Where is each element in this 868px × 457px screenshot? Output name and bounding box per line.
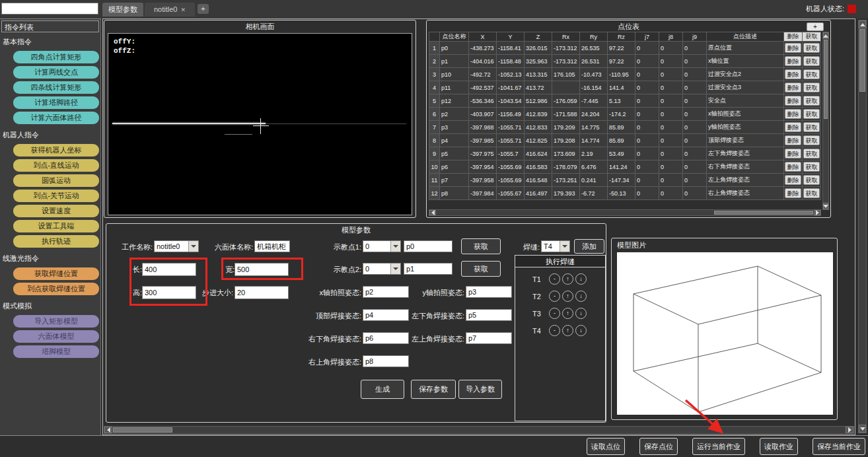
scroll-right-arrow[interactable] bbox=[814, 210, 820, 215]
get-point-button[interactable]: 获取 bbox=[803, 56, 820, 66]
delete-point-button[interactable]: 删除 bbox=[785, 175, 801, 185]
get-point-button[interactable]: 获取 bbox=[803, 149, 820, 158]
add-weld-seam-button[interactable]: 添加 bbox=[574, 239, 604, 254]
run-current-job-button[interactable]: 运行当前作业 bbox=[692, 438, 745, 455]
save-points-button[interactable]: 保存点位 bbox=[639, 438, 678, 455]
top-right-weld-pose-field[interactable] bbox=[363, 355, 409, 367]
step-size-field[interactable] bbox=[235, 286, 289, 299]
read-job-button[interactable]: 读取作业 bbox=[760, 438, 798, 455]
get-point-button[interactable]: 获取 bbox=[803, 188, 820, 198]
delete-point-button[interactable]: 删除 bbox=[785, 96, 801, 106]
remove-weld-button[interactable]: - bbox=[549, 308, 560, 319]
get-point-button[interactable]: 获取 bbox=[803, 122, 820, 132]
sidebar-item[interactable]: 获得机器人坐标 bbox=[13, 144, 99, 157]
scrollbar-thumb[interactable] bbox=[859, 29, 865, 92]
bottom-left-weld-pose-field[interactable] bbox=[466, 309, 512, 321]
delete-point-button[interactable]: 删除 bbox=[785, 162, 801, 172]
move-down-button[interactable]: ↓ bbox=[575, 325, 587, 336]
sidebar-item[interactable]: 设置工具端 bbox=[13, 220, 99, 232]
weld-seam-select[interactable]: T4 bbox=[541, 240, 570, 252]
scroll-left-arrow[interactable] bbox=[104, 427, 112, 433]
work-name-select[interactable]: notitle0 bbox=[154, 240, 199, 252]
move-down-button[interactable]: ↓ bbox=[575, 291, 587, 302]
scroll-left-arrow[interactable] bbox=[429, 210, 436, 215]
delete-point-button[interactable]: 删除 bbox=[785, 56, 801, 66]
get-point-button[interactable]: 获取 bbox=[803, 162, 820, 172]
y-photo-pose-field[interactable] bbox=[466, 286, 512, 298]
move-up-button[interactable]: ↑ bbox=[562, 273, 573, 285]
top-left-weld-pose-field[interactable] bbox=[466, 332, 512, 344]
get-point-button[interactable]: 获取 bbox=[803, 96, 820, 106]
scrollbar-thumb[interactable] bbox=[714, 211, 813, 215]
teach-point1-field[interactable] bbox=[404, 240, 452, 252]
scrollbar-thumb[interactable] bbox=[113, 427, 172, 433]
teach-point2-select[interactable]: 0 bbox=[363, 263, 401, 275]
sidebar-item[interactable]: 四角点计算矩形 bbox=[13, 51, 99, 63]
sidebar-item[interactable]: 六面体模型 bbox=[13, 330, 99, 343]
move-down-button[interactable]: ↓ bbox=[575, 273, 587, 285]
sidebar-item[interactable]: 计算六面体路径 bbox=[13, 112, 99, 124]
delete-point-button[interactable]: 删除 bbox=[785, 43, 801, 53]
sidebar-item[interactable]: 导入矩形模型 bbox=[13, 315, 99, 328]
sidebar-item[interactable]: 设置速度 bbox=[13, 205, 99, 217]
delete-point-button[interactable]: 删除 bbox=[785, 122, 801, 132]
remove-weld-button[interactable]: - bbox=[549, 291, 560, 302]
close-icon[interactable]: ✕ bbox=[180, 7, 186, 13]
sidebar-item[interactable]: 获取焊缝位置 bbox=[13, 267, 99, 280]
scroll-down-arrow[interactable] bbox=[859, 425, 866, 433]
teach-point2-field[interactable] bbox=[404, 263, 452, 275]
move-up-button[interactable]: ↑ bbox=[562, 291, 573, 302]
delete-point-button[interactable]: 删除 bbox=[785, 109, 801, 119]
save-params-button[interactable]: 保存参数 bbox=[411, 380, 456, 399]
command-text-input[interactable] bbox=[1, 3, 98, 15]
add-tab-button[interactable]: + bbox=[198, 4, 209, 14]
delete-point-button[interactable]: 删除 bbox=[785, 69, 801, 79]
get-teach-point2-button[interactable]: 获取 bbox=[461, 261, 501, 277]
sidebar-item[interactable]: 塔脚模型 bbox=[13, 345, 99, 358]
get-teach-point1-button[interactable]: 获取 bbox=[461, 238, 501, 254]
horizontal-scrollbar[interactable] bbox=[104, 426, 854, 434]
cell: -1055.69 bbox=[497, 160, 524, 174]
delete-point-button[interactable]: 删除 bbox=[785, 135, 801, 145]
scroll-up-arrow[interactable] bbox=[859, 20, 866, 28]
get-point-button[interactable]: 获取 bbox=[803, 175, 820, 185]
get-point-button[interactable]: 获取 bbox=[803, 109, 820, 119]
remove-weld-button[interactable]: - bbox=[549, 273, 560, 285]
table-horizontal-scrollbar[interactable] bbox=[429, 209, 821, 216]
sidebar-item[interactable]: 计算塔脚路径 bbox=[13, 96, 99, 109]
get-point-button[interactable]: 获取 bbox=[803, 83, 820, 92]
move-up-button[interactable]: ↑ bbox=[562, 325, 573, 336]
sidebar-item[interactable]: 到点获取焊缝位置 bbox=[13, 283, 99, 295]
hexahedron-name-field[interactable] bbox=[254, 240, 290, 252]
import-params-button[interactable]: 导入参数 bbox=[458, 380, 502, 399]
scroll-down-arrow[interactable] bbox=[823, 203, 828, 209]
delete-point-button[interactable]: 删除 bbox=[785, 149, 801, 158]
sidebar-item[interactable]: 计算两线交点 bbox=[13, 66, 99, 79]
vertical-scrollbar[interactable] bbox=[858, 20, 867, 433]
delete-point-button[interactable]: 删除 bbox=[785, 188, 801, 198]
add-point-button[interactable]: + bbox=[807, 22, 824, 31]
sidebar-item[interactable]: 四条线计算矩形 bbox=[13, 81, 99, 94]
scroll-right-arrow[interactable] bbox=[846, 427, 853, 433]
scroll-up-arrow[interactable] bbox=[823, 32, 828, 39]
x-photo-pose-field[interactable] bbox=[363, 286, 409, 298]
get-point-button[interactable]: 获取 bbox=[803, 43, 820, 53]
read-points-button[interactable]: 读取点位 bbox=[587, 438, 625, 455]
teach-point1-select[interactable]: 0 bbox=[363, 240, 401, 252]
sidebar-item[interactable]: 圆弧运动 bbox=[13, 174, 99, 187]
get-point-button[interactable]: 获取 bbox=[803, 69, 820, 79]
sidebar-item[interactable]: 执行轨迹 bbox=[13, 235, 99, 248]
generate-button[interactable]: 生成 bbox=[361, 380, 404, 399]
remove-weld-button[interactable]: - bbox=[549, 325, 560, 336]
tab-model-params[interactable]: 模型参数 bbox=[102, 3, 143, 17]
sidebar-item[interactable]: 到点-直线运动 bbox=[13, 159, 99, 172]
scrollbar-thumb[interactable] bbox=[824, 40, 828, 119]
move-up-button[interactable]: ↑ bbox=[562, 308, 573, 319]
get-point-button[interactable]: 获取 bbox=[803, 135, 820, 145]
tab-notitle0[interactable]: notitle0✕ bbox=[145, 3, 195, 17]
delete-point-button[interactable]: 删除 bbox=[785, 83, 801, 92]
sidebar-item[interactable]: 到点-关节运动 bbox=[13, 190, 99, 202]
move-down-button[interactable]: ↓ bbox=[575, 308, 587, 319]
table-vertical-scrollbar[interactable] bbox=[822, 32, 829, 210]
save-current-job-button[interactable]: 保存当前作业 bbox=[813, 438, 865, 455]
